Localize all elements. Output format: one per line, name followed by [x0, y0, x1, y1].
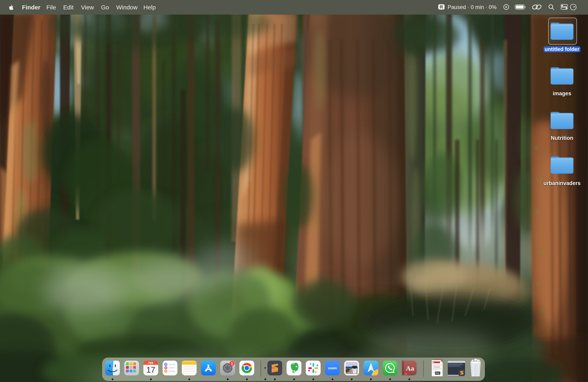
- svg-text:Aa: Aa: [406, 365, 414, 372]
- svg-text:PDF: PDF: [435, 372, 440, 374]
- svg-text:zoom: zoom: [328, 366, 337, 370]
- svg-text:17: 17: [147, 365, 155, 374]
- svg-text:FEB: FEB: [148, 362, 153, 364]
- svg-text:1: 1: [231, 362, 233, 365]
